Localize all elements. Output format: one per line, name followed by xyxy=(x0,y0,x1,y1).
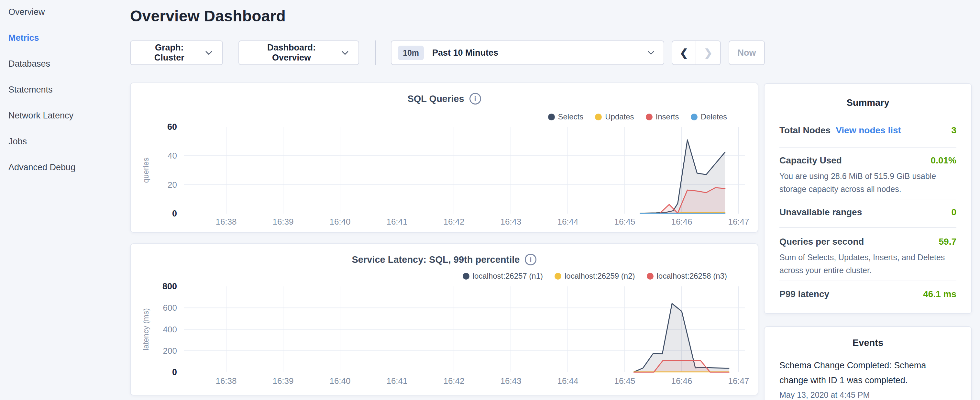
view-nodes-link[interactable]: View nodes list xyxy=(836,125,901,135)
summary-row-value: 0 xyxy=(951,207,956,217)
svg-text:16:42: 16:42 xyxy=(443,376,464,386)
sql-queries-chart-card: SQL Queries i SelectsUpdatesInsertsDelet… xyxy=(130,83,758,233)
toolbar-divider xyxy=(375,40,375,65)
svg-text:16:38: 16:38 xyxy=(215,217,237,226)
svg-text:16:44: 16:44 xyxy=(557,376,578,386)
svg-text:16:47: 16:47 xyxy=(728,376,749,386)
summary-row-description: Sum of Selects, Updates, Inserts, and De… xyxy=(780,251,956,277)
summary-title: Summary xyxy=(765,97,971,108)
svg-text:16:40: 16:40 xyxy=(329,376,350,386)
sidebar-item-databases[interactable]: Databases xyxy=(0,51,129,77)
summary-row-qps: Queries per second 59.7 Sum of Selects, … xyxy=(780,237,956,277)
chart-title: Service Latency: SQL, 99th percentile xyxy=(352,254,520,265)
svg-text:latency (ms): latency (ms) xyxy=(142,308,150,351)
summary-row-p99-latency: P99 latency 46.1 ms xyxy=(780,289,956,300)
page-title: Overview Dashboard xyxy=(130,7,286,25)
chevron-down-icon xyxy=(205,51,213,55)
chevron-down-icon xyxy=(648,51,654,55)
summary-row-value: 3 xyxy=(951,125,956,135)
legend-dot xyxy=(555,273,562,280)
legend-label: localhost:26259 (n2) xyxy=(565,271,635,280)
legend-label: Updates xyxy=(605,112,634,121)
svg-text:0: 0 xyxy=(172,367,177,377)
sidebar-item-jobs[interactable]: Jobs xyxy=(0,129,129,155)
time-next-button[interactable]: ❯ xyxy=(696,41,720,64)
legend-item: Updates xyxy=(595,112,634,121)
legend-item: Inserts xyxy=(646,112,679,121)
time-prev-button[interactable]: ❮ xyxy=(672,41,696,64)
svg-text:16:44: 16:44 xyxy=(557,217,578,226)
legend-dot xyxy=(463,273,469,280)
summary-row-label: Unavailable ranges xyxy=(780,207,862,217)
svg-text:16:41: 16:41 xyxy=(386,217,407,226)
summary-row-label: P99 latency xyxy=(780,289,829,300)
legend-item: Selects xyxy=(548,112,584,121)
svg-text:40: 40 xyxy=(168,151,177,161)
summary-row-capacity: Capacity Used 0.01% You are using 28.6 M… xyxy=(780,155,956,196)
svg-text:16:43: 16:43 xyxy=(500,376,521,386)
svg-text:600: 600 xyxy=(163,303,177,312)
svg-text:16:41: 16:41 xyxy=(386,376,407,386)
info-icon[interactable]: i xyxy=(469,93,481,105)
divider xyxy=(780,199,956,199)
dashboard-dropdown[interactable]: Dashboard: Overview xyxy=(239,40,359,65)
chart-plot: 16:3816:3916:4016:4116:4216:4316:4416:45… xyxy=(131,83,759,234)
legend-item: Deletes xyxy=(691,112,727,121)
chart-canvas[interactable]: 16:3816:3916:4016:4116:4216:4316:4416:45… xyxy=(131,244,759,396)
legend-label: Inserts xyxy=(656,112,679,121)
legend-dot xyxy=(548,113,555,120)
legend-label: Deletes xyxy=(701,112,727,121)
summary-row-label: Capacity Used xyxy=(780,155,842,166)
svg-text:16:40: 16:40 xyxy=(329,217,350,226)
divider xyxy=(780,280,956,281)
dashboard-dropdown-label: Dashboard: Overview xyxy=(249,43,334,63)
summary-row-value: 0.01% xyxy=(931,155,956,166)
time-window-nav: ❮ ❯ xyxy=(672,40,721,65)
sidebar-item-metrics[interactable]: Metrics xyxy=(0,25,129,51)
svg-text:16:46: 16:46 xyxy=(671,217,692,226)
legend-dot xyxy=(691,113,698,120)
summary-row-value: 59.7 xyxy=(939,237,957,247)
summary-row-description: You are using 28.6 MiB of 515.9 GiB usab… xyxy=(780,170,956,196)
summary-row-unavailable-ranges: Unavailable ranges 0 xyxy=(780,207,956,217)
chart-canvas[interactable]: 16:3816:3916:4016:4116:4216:4316:4416:45… xyxy=(131,83,759,233)
time-range-label: Past 10 Minutes xyxy=(432,48,498,58)
graph-dropdown[interactable]: Graph: Cluster xyxy=(130,40,223,65)
summary-row-label: Queries per second xyxy=(780,237,864,247)
svg-text:16:39: 16:39 xyxy=(272,217,293,226)
legend-dot xyxy=(646,113,652,120)
events-title: Events xyxy=(765,338,971,348)
legend-label: localhost:26257 (n1) xyxy=(473,271,543,280)
chart-legend: localhost:26257 (n1)localhost:26259 (n2)… xyxy=(463,271,727,280)
svg-text:20: 20 xyxy=(168,180,177,190)
event-item[interactable]: Schema Change Completed: Schema change w… xyxy=(780,358,943,400)
legend-item: localhost:26258 (n3) xyxy=(647,271,727,280)
chart-title-row: Service Latency: SQL, 99th percentile i xyxy=(131,254,758,265)
sidebar-item-advanced-debug[interactable]: Advanced Debug xyxy=(0,155,129,180)
now-button[interactable]: Now xyxy=(729,40,765,65)
event-timestamp: May 13, 2020 at 4:45 PM xyxy=(780,390,943,400)
svg-text:400: 400 xyxy=(163,325,177,334)
chart-title: SQL Queries xyxy=(407,94,464,104)
chart-title-row: SQL Queries i xyxy=(131,93,758,105)
sidebar-list: OverviewMetricsDatabasesStatementsNetwor… xyxy=(0,0,129,180)
events-panel: Events Schema Change Completed: Schema c… xyxy=(764,326,972,400)
sidebar-item-overview[interactable]: Overview xyxy=(0,0,129,25)
svg-text:16:47: 16:47 xyxy=(728,217,749,226)
divider xyxy=(780,227,956,228)
event-text: Schema Change Completed: Schema change w… xyxy=(780,358,943,388)
sidebar-item-statements[interactable]: Statements xyxy=(0,77,129,103)
svg-text:800: 800 xyxy=(162,282,177,291)
legend-dot xyxy=(595,113,602,120)
sidebar-item-network-latency[interactable]: Network Latency xyxy=(0,103,129,129)
svg-text:16:46: 16:46 xyxy=(671,376,692,386)
time-range-dropdown[interactable]: 10m Past 10 Minutes xyxy=(391,40,664,65)
svg-text:16:42: 16:42 xyxy=(443,217,464,226)
svg-text:0: 0 xyxy=(172,209,177,218)
svg-text:200: 200 xyxy=(163,346,177,356)
info-icon[interactable]: i xyxy=(525,254,536,265)
legend-item: localhost:26257 (n1) xyxy=(463,271,543,280)
svg-text:16:43: 16:43 xyxy=(500,217,521,226)
summary-row-label: Total Nodes xyxy=(780,125,830,135)
svg-text:16:45: 16:45 xyxy=(614,217,635,226)
